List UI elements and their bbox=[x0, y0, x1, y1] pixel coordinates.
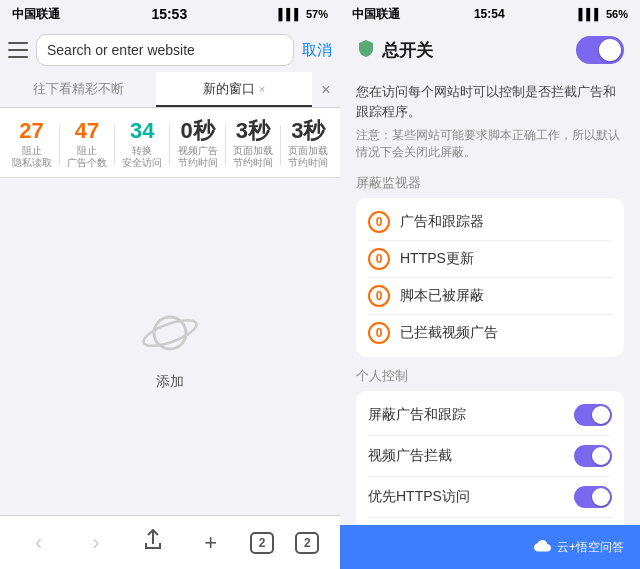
monitor-row-0: 0 广告和跟踪器 bbox=[368, 204, 612, 241]
monitor-label-3: 已拦截视频广告 bbox=[400, 324, 498, 342]
monitor-count-3: 0 bbox=[368, 322, 390, 344]
shield-icon bbox=[356, 38, 376, 62]
control-toggle-1[interactable] bbox=[574, 445, 612, 467]
stat-item-1: 47 阻止广告个数 bbox=[65, 120, 109, 169]
left-panel: 中国联通 15:53 ▌▌▌ 57% 取消 往下看精彩不断 新的窗口 × × bbox=[0, 0, 340, 569]
back-icon: ‹ bbox=[35, 530, 42, 556]
right-content: 您在访问每个网站时可以控制是否拦截广告和跟踪程序。 注意：某些网站可能要求脚本正… bbox=[340, 72, 640, 525]
control-section-title: 个人控制 bbox=[356, 367, 624, 385]
forward-icon: › bbox=[92, 530, 99, 556]
stat-label-2: 转换安全访问 bbox=[122, 145, 162, 169]
control-row-0: 屏蔽广告和跟踪 bbox=[368, 395, 612, 436]
battery-icon: 57% bbox=[306, 8, 328, 20]
svg-point-1 bbox=[142, 314, 198, 350]
right-panel: 中国联通 15:54 ▌▌▌ 56% 总开关 您在访问每个网站时可以控制是否拦截… bbox=[340, 0, 640, 569]
control-row-2: 优先HTTPS访问 bbox=[368, 477, 612, 518]
stat-divider-0 bbox=[59, 125, 60, 165]
saturn-icon bbox=[140, 303, 200, 363]
forward-button[interactable]: › bbox=[78, 525, 114, 561]
stat-number-5: 3秒 bbox=[291, 120, 325, 142]
add-tab-button[interactable]: + bbox=[193, 525, 229, 561]
right-battery-icon: 56% bbox=[606, 8, 628, 20]
stats-area: 27 阻止隐私读取 47 阻止广告个数 34 转换安全访问 0秒 视频广告节约时… bbox=[0, 108, 340, 178]
stat-divider-2 bbox=[169, 125, 170, 165]
stat-label-4: 页面加载节约时间 bbox=[233, 145, 273, 169]
stat-item-4: 3秒 页面加载节约时间 bbox=[231, 120, 275, 169]
stats-row: 27 阻止隐私读取 47 阻止广告个数 34 转换安全访问 0秒 视频广告节约时… bbox=[8, 120, 332, 169]
left-status-bar: 中国联通 15:53 ▌▌▌ 57% bbox=[0, 0, 340, 28]
stat-number-4: 3秒 bbox=[236, 120, 270, 142]
monitor-label-0: 广告和跟踪器 bbox=[400, 213, 484, 231]
control-toggle-0[interactable] bbox=[574, 404, 612, 426]
monitor-count-0: 0 bbox=[368, 211, 390, 233]
monitor-label-2: 脚本已被屏蔽 bbox=[400, 287, 484, 305]
stat-divider-3 bbox=[225, 125, 226, 165]
left-status-icons: ▌▌▌ 57% bbox=[279, 8, 328, 20]
monitor-row-1: 0 HTTPS更新 bbox=[368, 241, 612, 278]
right-time: 15:54 bbox=[474, 7, 505, 21]
control-row-1: 视频广告拦截 bbox=[368, 436, 612, 477]
share-icon bbox=[142, 529, 164, 556]
share-button[interactable] bbox=[135, 525, 171, 561]
stat-item-2: 34 转换安全访问 bbox=[120, 120, 164, 169]
left-time: 15:53 bbox=[151, 6, 187, 22]
watermark-area: 云+悟空问答 bbox=[533, 539, 624, 556]
stat-label-1: 阻止广告个数 bbox=[67, 145, 107, 169]
tab-item-0[interactable]: 往下看精彩不断 bbox=[0, 72, 156, 107]
stat-number-3: 0秒 bbox=[180, 120, 214, 142]
stat-number-0: 27 bbox=[19, 120, 43, 142]
stat-number-1: 47 bbox=[75, 120, 99, 142]
stat-number-2: 34 bbox=[130, 120, 154, 142]
signal-icon: ▌▌▌ bbox=[279, 8, 302, 20]
tab-count-badge-2[interactable]: 2 bbox=[295, 532, 319, 554]
left-carrier: 中国联通 bbox=[12, 6, 60, 23]
tab-item-1[interactable]: 新的窗口 × bbox=[156, 72, 312, 107]
monitor-row-2: 0 脚本已被屏蔽 bbox=[368, 278, 612, 315]
right-signal-icon: ▌▌▌ bbox=[579, 8, 602, 20]
floating-bottom-bar: 云+悟空问答 bbox=[340, 525, 640, 569]
search-box[interactable] bbox=[36, 34, 294, 66]
monitor-card: 0 广告和跟踪器 0 HTTPS更新 0 脚本已被屏蔽 0 已拦截视频广告 bbox=[356, 198, 624, 357]
hamburger-menu[interactable] bbox=[8, 42, 28, 58]
back-button[interactable]: ‹ bbox=[21, 525, 57, 561]
close-tab-button[interactable]: × bbox=[312, 72, 340, 107]
right-status-bar: 中国联通 15:54 ▌▌▌ 56% bbox=[340, 0, 640, 28]
stat-label-0: 阻止隐私读取 bbox=[12, 145, 52, 169]
control-label-1: 视频广告拦截 bbox=[368, 447, 452, 465]
main-toggle[interactable] bbox=[576, 36, 624, 64]
stat-item-5: 3秒 页面加载节约时间 bbox=[286, 120, 330, 169]
plus-icon: + bbox=[204, 530, 217, 556]
cloud-icon bbox=[533, 539, 551, 556]
tab-close-icon[interactable]: × bbox=[259, 83, 265, 95]
control-card: 屏蔽广告和跟踪 视频广告拦截 优先HTTPS访问 屏蔽钓鱼网站 屏蔽脚本 bbox=[356, 391, 624, 526]
right-header: 总开关 bbox=[340, 28, 640, 72]
add-label: 添加 bbox=[156, 373, 184, 391]
stat-divider-1 bbox=[114, 125, 115, 165]
stat-label-3: 视频广告节约时间 bbox=[178, 145, 218, 169]
right-status-icons: ▌▌▌ 56% bbox=[579, 8, 628, 20]
stat-item-0: 27 阻止隐私读取 bbox=[10, 120, 54, 169]
monitor-section-title: 屏蔽监视器 bbox=[356, 174, 624, 192]
monitor-row-3: 0 已拦截视频广告 bbox=[368, 315, 612, 351]
address-bar: 取消 bbox=[0, 28, 340, 72]
logo-area: 添加 bbox=[0, 178, 340, 515]
tab-bar: 往下看精彩不断 新的窗口 × × bbox=[0, 72, 340, 108]
search-input[interactable] bbox=[47, 42, 283, 58]
description-text: 您在访问每个网站时可以控制是否拦截广告和跟踪程序。 bbox=[356, 82, 624, 121]
monitor-count-1: 0 bbox=[368, 248, 390, 270]
monitor-count-2: 0 bbox=[368, 285, 390, 307]
stat-label-5: 页面加载节约时间 bbox=[288, 145, 328, 169]
tab-count-badge[interactable]: 2 bbox=[250, 532, 274, 554]
control-toggle-2[interactable] bbox=[574, 486, 612, 508]
stat-item-3: 0秒 视频广告节约时间 bbox=[176, 120, 220, 169]
control-label-0: 屏蔽广告和跟踪 bbox=[368, 406, 466, 424]
control-row-3: 屏蔽钓鱼网站 bbox=[368, 518, 612, 526]
bottom-nav: ‹ › + 2 2 bbox=[0, 515, 340, 569]
right-title: 总开关 bbox=[382, 39, 433, 62]
control-label-2: 优先HTTPS访问 bbox=[368, 488, 470, 506]
cancel-button[interactable]: 取消 bbox=[302, 41, 332, 60]
monitor-label-1: HTTPS更新 bbox=[400, 250, 474, 268]
note-text: 注意：某些网站可能要求脚本正确工作，所以默认情况下会关闭此屏蔽。 bbox=[356, 127, 624, 162]
x-icon: × bbox=[321, 81, 330, 99]
stat-divider-4 bbox=[280, 125, 281, 165]
